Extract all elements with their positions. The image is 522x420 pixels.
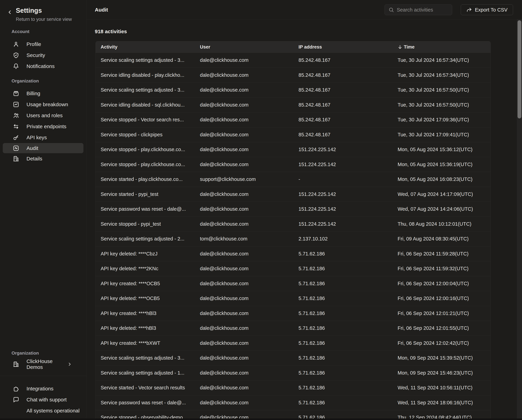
ip-address-cell: 5.71.62.186 — [299, 400, 398, 405]
time-cell: Fri, 06 Sep 2024 12:01:55(UTC) — [398, 325, 491, 331]
scrollbar-thumb[interactable] — [518, 20, 521, 118]
ip-address-cell: 5.71.62.186 — [299, 355, 398, 361]
scrollbar-track[interactable] — [517, 19, 522, 420]
ip-address-cell: 85.242.48.167 — [299, 57, 398, 63]
sidebar-item-label: Users and roles — [26, 113, 63, 118]
sidebar-item-users-and-roles[interactable]: Users and roles — [3, 110, 84, 121]
sidebar-item-billing[interactable]: Billing — [3, 88, 84, 99]
ip-address-cell: 5.71.62.186 — [299, 281, 398, 287]
ip-address-cell: - — [299, 176, 398, 182]
topbar: Audit Export To CSV — [86, 0, 522, 19]
ip-address-cell: 151.224.225.142 — [299, 221, 398, 227]
column-header-activity[interactable]: Activity — [96, 44, 200, 50]
activity-cell: Service scaling settings adjusted - 1... — [96, 370, 200, 376]
time-cell: Fri, 06 Sep 2024 12:01:21(UTC) — [398, 311, 491, 316]
user-cell: dale@clickhouse.com — [200, 191, 299, 197]
sidebar-item-audit[interactable]: Audit — [3, 143, 84, 153]
table-row: Service started - pypi_testdale@clickhou… — [96, 187, 491, 202]
user-cell: dale@clickhouse.com — [200, 132, 299, 138]
activity-cell: API key created: ****bXWT — [96, 340, 200, 346]
user-cell: dale@clickhouse.com — [200, 206, 299, 212]
time-cell: Tue, 30 Jul 2024 16:57:50(UTC) — [398, 87, 491, 93]
sidebar-item-usage-breakdown[interactable]: Usage breakdown — [3, 99, 84, 110]
table-row: API key created: ****OCB5dale@clickhouse… — [96, 276, 491, 291]
user-cell: dale@clickhouse.com — [200, 72, 299, 78]
time-cell: Tue, 30 Jul 2024 16:57:34(UTC) — [398, 57, 491, 63]
user-cell: dale@clickhouse.com — [200, 355, 299, 361]
footer-item-all-systems-operational[interactable]: All systems operational — [3, 405, 84, 416]
activity-cell: API key deleted: ****hBl3 — [96, 325, 200, 331]
sidebar-item-profile[interactable]: Profile — [3, 39, 84, 50]
user-cell: dale@clickhouse.com — [200, 385, 299, 390]
user-cell: dale@clickhouse.com — [200, 370, 299, 376]
table-row: Service idling disabled - play.clickho..… — [96, 68, 491, 83]
ip-address-cell: 85.242.48.167 — [299, 117, 398, 123]
ip-address-cell: 85.242.48.167 — [299, 102, 398, 108]
ip-address-cell: 85.242.48.167 — [299, 87, 398, 93]
organization-section: BillingUsage breakdownUsers and rolesPri… — [3, 88, 84, 164]
table-row: Service password was reset - dale@...dal… — [96, 395, 491, 410]
table-row: API key deleted: ****hBl3dale@clickhouse… — [96, 321, 491, 336]
table-row: Service stopped - clickpipesdale@clickho… — [96, 127, 491, 142]
ip-address-cell: 5.71.62.186 — [299, 325, 398, 331]
time-cell: Wed, 07 Aug 2024 14:24:06(UTC) — [398, 206, 491, 212]
column-header-ip-address[interactable]: IP address — [299, 44, 398, 50]
window-bottom-edge — [0, 419, 522, 420]
ip-address-cell: 5.71.62.186 — [299, 296, 398, 301]
table-row: API key deleted: ****2KNcdale@clickhouse… — [96, 261, 491, 276]
activity-cell: Service started - Vector search results — [96, 385, 200, 390]
ip-address-cell: 2.137.10.102 — [299, 236, 398, 242]
activity-cell: Service scaling settings adjusted - 3... — [96, 355, 200, 361]
billing-icon — [13, 90, 19, 97]
user-cell: dale@clickhouse.com — [200, 266, 299, 272]
ip-address-cell: 5.71.62.186 — [299, 385, 398, 390]
time-cell: Fri, 06 Sep 2024 12:00:16(UTC) — [398, 296, 491, 301]
activity-cell: API key deleted: ****2KNc — [96, 266, 200, 272]
activity-cell: Service password was reset - dale@... — [96, 400, 200, 405]
time-cell: Fri, 06 Sep 2024 11:59:32(UTC) — [398, 266, 491, 272]
back-button[interactable] — [7, 9, 13, 15]
activity-cell: Service password was reset - dale@... — [96, 206, 200, 212]
column-header-time[interactable]: Time — [398, 44, 491, 50]
user-cell: dale@clickhouse.com — [200, 147, 299, 152]
sidebar-footer: IntegrationsChat with supportAll systems… — [3, 383, 84, 416]
table-row: API key created: ****hBl3dale@clickhouse… — [96, 306, 491, 321]
activity-cell: Service idling disabled - play.clickho..… — [96, 72, 200, 78]
chat-bubble-icon — [13, 397, 19, 403]
footer-item-integrations[interactable]: Integrations — [3, 383, 84, 394]
org-switcher-row[interactable]: ClickHouse Demos — [3, 359, 84, 370]
sidebar-item-notifications[interactable]: Notifications — [3, 61, 84, 72]
search-input[interactable] — [397, 7, 448, 13]
table-row: Service started - play.clickhouse.co...s… — [96, 172, 491, 187]
sidebar-item-security[interactable]: Security — [3, 50, 84, 61]
table-row: Service started - Vector search resultsd… — [96, 380, 491, 395]
user-cell: dale@clickhouse.com — [200, 296, 299, 301]
ip-address-cell: 5.71.62.186 — [299, 266, 398, 272]
building-icon — [13, 156, 19, 162]
sidebar-title: Settings — [16, 7, 72, 14]
table-row: API key deleted: ****OCB5dale@clickhouse… — [96, 291, 491, 306]
sidebar-item-private-endpoints[interactable]: Private endpoints — [3, 121, 84, 132]
activity-cell: API key created: ****OCB5 — [96, 281, 200, 287]
user-cell: dale@clickhouse.com — [200, 102, 299, 108]
column-header-user[interactable]: User — [200, 44, 299, 50]
sidebar-item-label: Billing — [26, 91, 40, 96]
user-cell: dale@clickhouse.com — [200, 340, 299, 346]
section-label-organization: Organization — [12, 78, 39, 84]
export-to-csv-button[interactable]: Export To CSV — [461, 4, 513, 15]
sidebar-item-details[interactable]: Details — [3, 153, 84, 164]
user-cell: dale@clickhouse.com — [200, 57, 299, 63]
user-cell: dale@clickhouse.com — [200, 311, 299, 316]
activity-cell: Service scaling settings adjusted - 3... — [96, 87, 200, 93]
table-row: API key created: ****bXWTdale@clickhouse… — [96, 336, 491, 351]
sidebar-item-label: Details — [26, 156, 42, 162]
user-icon — [13, 41, 19, 47]
footer-item-chat-with-support[interactable]: Chat with support — [3, 394, 84, 405]
time-cell: Tue, 30 Jul 2024 16:57:50(UTC) — [398, 102, 491, 108]
org-switcher: ClickHouse Demos — [3, 359, 84, 370]
time-cell: Wed, 11 Sep 2024 10:56:11(UTC) — [398, 385, 491, 390]
time-cell: Tue, 30 Jul 2024 16:57:34(UTC) — [398, 72, 491, 78]
table-row: Service stopped - Vector search res...da… — [96, 112, 491, 127]
sidebar-subtitle: Return to your service view — [16, 17, 72, 22]
sidebar-item-api-keys[interactable]: API keys — [3, 132, 84, 143]
